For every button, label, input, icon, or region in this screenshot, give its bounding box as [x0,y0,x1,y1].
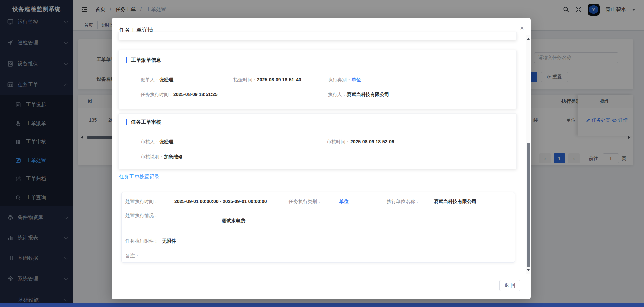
record-type-label: 任务执行类别： [289,198,322,205]
field-label: 指派时间： [233,76,257,83]
record-situation-value: 测试水电费 [222,217,245,224]
record-attachment-value: 无附件 [162,237,176,244]
section-accent-bar [126,57,127,63]
dispatch-info-card: 工单派单信息 派单人： 张经理 指派时间： 2025-08-09 18:51:4… [118,50,517,109]
record-unit-label: 执行单位名称： [387,198,420,205]
field-label: 任务执行时间： [141,91,173,98]
field-value: 赛武当科技有限公司 [347,91,389,98]
section-accent-bar [126,119,127,125]
workorder-detail-dialog: 任务工单详情 × 工单派单信息 派单人： 张经理 指派时间： 2025-08-0… [112,18,531,299]
record-attachment-label: 任务执行附件： [125,237,158,244]
section-title: 工单派单信息 [131,57,161,63]
modal-scrollbar-thumb[interactable] [527,143,530,267]
field-label: 审核说明： [141,153,164,160]
field-value: 张经理 [159,138,173,145]
record-remark-label: 备注： [125,252,140,259]
scroll-up-arrow[interactable] [527,38,530,40]
field-label: 审核人： [141,138,159,145]
field-auditor: 审核人： 张经理 [141,138,173,145]
record-time-value: 2025-09-01 00:00:00 - 2025-09-01 00:00:0… [174,198,267,205]
record-type-link[interactable]: 单位 [339,198,349,205]
app-root: 设备巡检监测系统 运行监控 巡检管理 设备维保 任务工单 工单发起 [0,0,644,307]
field-label: 执行类别： [328,76,352,83]
field-dispatcher: 派单人： 张经理 [141,76,173,83]
record-situation-label: 处置执行情况： [125,212,158,219]
scroll-down-arrow[interactable] [527,269,530,271]
field-exec-time: 任务执行时间： 2025-08-09 18:51:25 [141,91,218,98]
exec-type-link[interactable]: 单位 [352,76,361,83]
field-audit-note: 审核说明： 加急维修 [141,153,183,160]
dispose-record-card: 处置执行时间： 2025-09-01 00:00:00 - 2025-09-01… [121,192,515,263]
tabs-bottom-line [118,184,526,184]
field-label: 执行人： [328,91,347,98]
field-value: 加急维修 [164,153,183,160]
field-executor: 执行人： 赛武当科技有限公司 [328,91,389,98]
field-value: 张经理 [159,76,173,83]
field-assign-time: 指派时间： 2025-08-09 18:51:40 [233,76,301,83]
section-divider [119,131,516,131]
field-audit-time: 审核时间： 2025-08-09 18:52:06 [327,138,394,145]
scrolled-card-fragment [118,32,517,40]
field-value: 2025-08-09 18:51:25 [173,91,218,98]
field-label: 审核时间： [327,138,350,145]
section-title: 任务工单审核 [131,119,161,125]
audit-card: 任务工单审核 审核人： 张经理 审核时间： 2025-08-09 18:52:0… [118,113,517,169]
section-divider [119,69,516,69]
field-value: 2025-08-09 18:51:40 [257,76,301,83]
back-button[interactable]: 返 回 [499,280,520,291]
field-value: 2025-08-09 18:52:06 [350,138,394,145]
tab-dispose-records[interactable]: 任务工单处置记录 [119,174,159,184]
record-unit-value: 赛武当科技有限公司 [434,198,476,205]
field-exec-type: 执行类别： 单位 [328,76,361,83]
record-time-label: 处置执行时间： [125,198,158,205]
close-icon[interactable]: × [517,23,527,33]
field-label: 派单人： [141,76,159,83]
